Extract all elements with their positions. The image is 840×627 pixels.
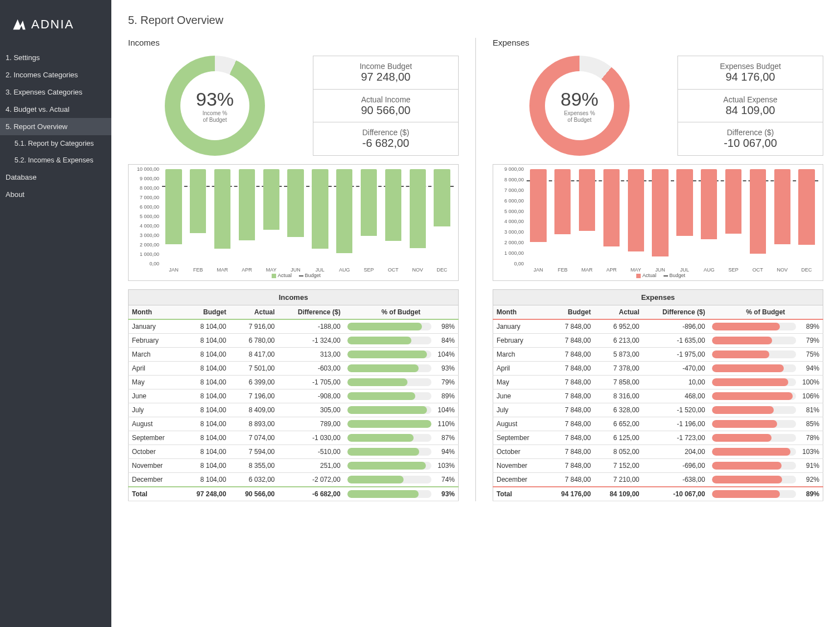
table-row: December 8 104,00 6 032,00 -2 072,00 74%	[129, 473, 459, 487]
bar-slot: FEB	[551, 169, 574, 264]
cell-diff: -1 324,00	[278, 334, 344, 348]
expenses-donut: 89% Expenses %of Budget	[529, 56, 630, 156]
kpi-value: -6 682,00	[362, 137, 410, 150]
y-tick: 10 000,00	[131, 166, 159, 172]
brand-text: ADNIA	[31, 17, 74, 32]
bar-slot: NOV	[770, 169, 794, 264]
kpi-item: Expenses Budget 94 176,00	[678, 56, 823, 89]
page-title: 5. Report Overview	[128, 14, 823, 27]
cell-actual: 7 501,00	[229, 362, 278, 376]
cell-month: January	[129, 319, 181, 334]
y-tick: 3 000,00	[131, 233, 159, 238]
nav-item[interactable]: Database	[0, 169, 111, 186]
cell-pct: 104%	[344, 403, 459, 417]
cell-actual: 8 409,00	[229, 403, 278, 417]
cell-budget: 7 848,00	[546, 417, 594, 431]
bar	[336, 169, 352, 253]
nav-item[interactable]: 1. Settings	[0, 49, 111, 66]
expenses-table-caption: Expenses	[493, 289, 823, 305]
incomes-legend: Actual Budget	[129, 273, 458, 278]
nav-item[interactable]: 2. Incomes Categories	[0, 66, 111, 83]
kpi-item: Difference ($) -10 067,00	[678, 122, 823, 155]
cell-diff: -470,00	[643, 362, 709, 376]
cell-month: June	[129, 389, 181, 403]
table-row: November 8 104,00 8 355,00 251,00 103%	[129, 459, 459, 473]
cell-budget: 7 848,00	[546, 473, 594, 487]
main-content: 5. Report Overview Incomes 93% Income %o…	[111, 0, 840, 627]
cell-pct: 89%	[344, 389, 459, 403]
cell-month: Total	[493, 487, 546, 501]
cell-budget: 97 248,00	[181, 487, 229, 501]
x-tick: MAY	[631, 267, 641, 273]
cell-budget: 94 176,00	[546, 487, 594, 501]
cell-actual: 7 152,00	[594, 459, 642, 473]
cell-month: April	[493, 362, 546, 376]
y-tick: 8 000,00	[496, 177, 524, 182]
y-tick: 0,00	[496, 261, 524, 266]
nav-item[interactable]: 3. Expenses Categories	[0, 83, 111, 101]
cell-diff: 313,00	[278, 348, 344, 362]
cell-diff: 789,00	[278, 417, 344, 431]
bar	[385, 169, 401, 241]
cell-month: September	[493, 431, 546, 445]
y-tick: 7 000,00	[496, 187, 524, 193]
kpi-item: Income Budget 97 248,00	[313, 56, 458, 89]
y-tick: 9 000,00	[496, 166, 524, 172]
kpi-label: Expenses Budget	[720, 62, 781, 71]
nav-item[interactable]: 5.1. Report by Categories	[0, 135, 111, 152]
cell-month: September	[129, 431, 181, 445]
nav-item[interactable]: 5. Report Overview	[0, 118, 111, 135]
nav-item[interactable]: About	[0, 186, 111, 203]
bar-slot: AUG	[333, 169, 356, 264]
cell-pct: 93%	[344, 487, 459, 501]
x-tick: MAY	[266, 267, 277, 273]
cell-actual: 6 399,00	[229, 376, 278, 389]
cell-actual: 7 858,00	[594, 376, 642, 389]
cell-pct: 89%	[709, 319, 823, 334]
cell-month: October	[129, 445, 181, 459]
bar	[239, 169, 255, 240]
bar-slot: JAN	[162, 169, 185, 264]
x-tick: FEB	[558, 267, 568, 273]
cell-diff: -1 196,00	[643, 417, 709, 431]
x-tick: DEC	[802, 267, 812, 273]
cell-diff: 204,00	[643, 445, 709, 459]
cell-month: February	[129, 334, 181, 348]
table-row: February 8 104,00 6 780,00 -1 324,00 84%	[129, 334, 459, 348]
bar-slot: DEC	[430, 169, 454, 264]
table-row: February 7 848,00 6 213,00 -1 635,00 79%	[493, 334, 823, 348]
x-tick: FEB	[193, 267, 203, 273]
y-tick: 3 000,00	[496, 229, 524, 235]
kpi-label: Actual Expense	[723, 95, 777, 104]
kpi-label: Actual Income	[361, 95, 411, 104]
x-tick: JUN	[291, 267, 301, 273]
cell-pct: 91%	[709, 459, 823, 473]
cell-actual: 7 074,00	[229, 431, 278, 445]
cell-budget: 7 848,00	[546, 334, 594, 348]
cell-actual: 8 316,00	[594, 389, 642, 403]
x-tick: MAR	[217, 267, 228, 273]
nav-item[interactable]: 5.2. Incomes & Expenses	[0, 152, 111, 169]
cell-month: May	[129, 376, 181, 389]
cell-actual: 7 196,00	[229, 389, 278, 403]
nav-item[interactable]: 4. Budget vs. Actual	[0, 101, 111, 118]
bar-slot: FEB	[186, 169, 210, 264]
cell-budget: 7 848,00	[546, 376, 594, 389]
incomes-donut-pct: 93%	[196, 88, 234, 110]
brand-logo: ADNIA	[0, 11, 111, 49]
table-row: May 7 848,00 7 858,00 10,00 100%	[493, 376, 823, 389]
kpi-item: Actual Expense 84 109,00	[678, 89, 823, 122]
bar-slot: SEP	[357, 169, 381, 264]
cell-pct: 94%	[344, 445, 459, 459]
bar	[554, 169, 571, 234]
expenses-kpi-box: Expenses Budget 94 176,00Actual Expense …	[677, 56, 823, 156]
cell-month: December	[493, 473, 546, 487]
bar-slot: MAY	[259, 169, 283, 264]
bar	[774, 169, 790, 244]
expenses-donut-label: Expenses %of Budget	[564, 110, 595, 124]
table-header: % of Budget	[344, 305, 459, 320]
cell-pct: 94%	[709, 362, 823, 376]
kpi-value: 97 248,00	[361, 71, 411, 83]
bar-slot: MAY	[624, 169, 647, 264]
bar	[190, 169, 206, 233]
